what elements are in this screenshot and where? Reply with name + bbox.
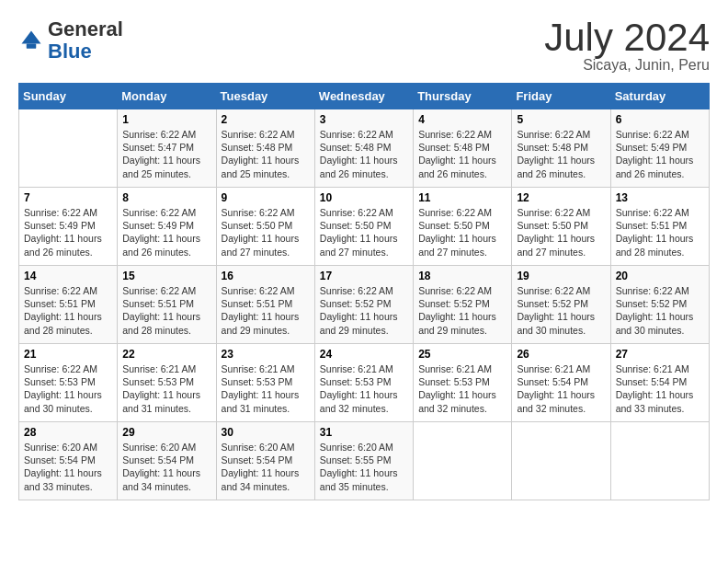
day-info: Sunrise: 6:22 AMSunset: 5:48 PMDaylight:… <box>517 128 605 180</box>
day-number: 30 <box>222 426 310 439</box>
calendar-header-row: SundayMondayTuesdayWednesdayThursdayFrid… <box>19 84 710 109</box>
day-info: Sunrise: 6:21 AMSunset: 5:53 PMDaylight:… <box>418 362 506 415</box>
logo: General Blue <box>18 18 123 63</box>
day-info: Sunrise: 6:22 AMSunset: 5:47 PMDaylight:… <box>122 128 210 180</box>
page-header: General Blue July 2024 Sicaya, Junin, Pe… <box>18 18 710 74</box>
day-info: Sunrise: 6:22 AMSunset: 5:50 PMDaylight:… <box>517 206 605 259</box>
day-info: Sunrise: 6:22 AMSunset: 5:48 PMDaylight:… <box>320 128 408 180</box>
day-info: Sunrise: 6:22 AMSunset: 5:52 PMDaylight:… <box>517 284 605 337</box>
calendar-week-row: 21 Sunrise: 6:22 AMSunset: 5:53 PMDaylig… <box>19 344 710 422</box>
day-info: Sunrise: 6:22 AMSunset: 5:50 PMDaylight:… <box>222 206 310 259</box>
day-number: 24 <box>320 348 408 361</box>
day-number: 23 <box>222 348 310 361</box>
day-number: 8 <box>122 191 210 204</box>
day-info: Sunrise: 6:22 AMSunset: 5:49 PMDaylight:… <box>122 206 210 259</box>
calendar-cell: 19 Sunrise: 6:22 AMSunset: 5:52 PMDaylig… <box>512 266 610 344</box>
day-info: Sunrise: 6:21 AMSunset: 5:53 PMDaylight:… <box>320 362 408 415</box>
svg-marker-0 <box>22 31 41 44</box>
calendar-cell: 11 Sunrise: 6:22 AMSunset: 5:50 PMDaylig… <box>414 188 512 266</box>
calendar-cell: 1 Sunrise: 6:22 AMSunset: 5:47 PMDayligh… <box>118 109 216 188</box>
calendar-cell: 8 Sunrise: 6:22 AMSunset: 5:49 PMDayligh… <box>118 188 216 266</box>
day-number: 14 <box>24 270 112 282</box>
calendar-cell: 26 Sunrise: 6:21 AMSunset: 5:54 PMDaylig… <box>512 344 610 422</box>
day-number: 22 <box>122 348 210 361</box>
day-info: Sunrise: 6:22 AMSunset: 5:49 PMDaylight:… <box>24 206 112 259</box>
calendar-cell <box>512 422 610 500</box>
calendar-cell: 12 Sunrise: 6:22 AMSunset: 5:50 PMDaylig… <box>512 188 610 266</box>
day-number: 31 <box>320 426 408 439</box>
day-number: 1 <box>122 113 210 126</box>
calendar-cell: 7 Sunrise: 6:22 AMSunset: 5:49 PMDayligh… <box>19 188 118 266</box>
calendar-cell: 2 Sunrise: 6:22 AMSunset: 5:48 PMDayligh… <box>216 109 314 188</box>
day-number: 15 <box>122 270 210 282</box>
day-number: 12 <box>517 191 605 204</box>
calendar-cell: 27 Sunrise: 6:21 AMSunset: 5:54 PMDaylig… <box>610 344 709 422</box>
day-number: 5 <box>517 113 605 126</box>
day-info: Sunrise: 6:21 AMSunset: 5:53 PMDaylight:… <box>222 362 310 415</box>
day-info: Sunrise: 6:21 AMSunset: 5:53 PMDaylight:… <box>122 362 210 415</box>
day-number: 25 <box>418 348 506 361</box>
day-info: Sunrise: 6:22 AMSunset: 5:51 PMDaylight:… <box>24 284 112 337</box>
calendar-table: SundayMondayTuesdayWednesdayThursdayFrid… <box>18 83 710 500</box>
calendar-cell: 9 Sunrise: 6:22 AMSunset: 5:50 PMDayligh… <box>216 188 314 266</box>
header-wednesday: Wednesday <box>314 84 413 109</box>
day-info: Sunrise: 6:22 AMSunset: 5:52 PMDaylight:… <box>418 284 506 337</box>
calendar-cell <box>19 109 118 188</box>
day-number: 9 <box>222 191 310 204</box>
day-number: 6 <box>616 113 704 126</box>
logo-blue-text: Blue <box>48 40 92 63</box>
day-info: Sunrise: 6:21 AMSunset: 5:54 PMDaylight:… <box>616 362 704 415</box>
day-info: Sunrise: 6:22 AMSunset: 5:51 PMDaylight:… <box>616 206 704 259</box>
day-number: 21 <box>24 348 112 361</box>
day-number: 7 <box>24 191 112 204</box>
day-info: Sunrise: 6:22 AMSunset: 5:48 PMDaylight:… <box>222 128 310 180</box>
day-number: 10 <box>320 191 408 204</box>
calendar-cell <box>610 422 709 500</box>
calendar-cell: 16 Sunrise: 6:22 AMSunset: 5:51 PMDaylig… <box>216 266 314 344</box>
calendar-week-row: 28 Sunrise: 6:20 AMSunset: 5:54 PMDaylig… <box>19 422 710 500</box>
header-saturday: Saturday <box>610 84 709 109</box>
title-area: July 2024 Sicaya, Junin, Peru <box>544 18 710 74</box>
day-number: 19 <box>517 270 605 282</box>
logo-icon <box>18 28 44 53</box>
calendar-cell: 29 Sunrise: 6:20 AMSunset: 5:54 PMDaylig… <box>118 422 216 500</box>
day-info: Sunrise: 6:22 AMSunset: 5:48 PMDaylight:… <box>418 128 506 180</box>
calendar-cell: 5 Sunrise: 6:22 AMSunset: 5:48 PMDayligh… <box>512 109 610 188</box>
calendar-cell: 21 Sunrise: 6:22 AMSunset: 5:53 PMDaylig… <box>19 344 118 422</box>
day-number: 26 <box>517 348 605 361</box>
day-info: Sunrise: 6:20 AMSunset: 5:55 PMDaylight:… <box>320 441 408 493</box>
calendar-cell: 31 Sunrise: 6:20 AMSunset: 5:55 PMDaylig… <box>314 422 413 500</box>
day-info: Sunrise: 6:22 AMSunset: 5:52 PMDaylight:… <box>616 284 704 337</box>
day-number: 18 <box>418 270 506 282</box>
header-monday: Monday <box>118 84 216 109</box>
calendar-cell: 23 Sunrise: 6:21 AMSunset: 5:53 PMDaylig… <box>216 344 314 422</box>
day-number: 28 <box>24 426 112 439</box>
day-info: Sunrise: 6:20 AMSunset: 5:54 PMDaylight:… <box>222 441 310 493</box>
day-info: Sunrise: 6:22 AMSunset: 5:49 PMDaylight:… <box>616 128 704 180</box>
day-number: 20 <box>616 270 704 282</box>
day-info: Sunrise: 6:20 AMSunset: 5:54 PMDaylight:… <box>122 441 210 493</box>
header-thursday: Thursday <box>414 84 512 109</box>
day-number: 3 <box>320 113 408 126</box>
day-info: Sunrise: 6:22 AMSunset: 5:53 PMDaylight:… <box>24 362 112 415</box>
calendar-cell: 18 Sunrise: 6:22 AMSunset: 5:52 PMDaylig… <box>414 266 512 344</box>
calendar-cell: 13 Sunrise: 6:22 AMSunset: 5:51 PMDaylig… <box>610 188 709 266</box>
header-friday: Friday <box>512 84 610 109</box>
logo-general-text: General <box>48 17 123 40</box>
location-subtitle: Sicaya, Junin, Peru <box>544 57 710 74</box>
day-number: 4 <box>418 113 506 126</box>
calendar-cell: 20 Sunrise: 6:22 AMSunset: 5:52 PMDaylig… <box>610 266 709 344</box>
calendar-cell: 4 Sunrise: 6:22 AMSunset: 5:48 PMDayligh… <box>414 109 512 188</box>
calendar-week-row: 1 Sunrise: 6:22 AMSunset: 5:47 PMDayligh… <box>19 109 710 188</box>
header-tuesday: Tuesday <box>216 84 314 109</box>
calendar-week-row: 7 Sunrise: 6:22 AMSunset: 5:49 PMDayligh… <box>19 188 710 266</box>
day-info: Sunrise: 6:20 AMSunset: 5:54 PMDaylight:… <box>24 441 112 493</box>
calendar-cell: 15 Sunrise: 6:22 AMSunset: 5:51 PMDaylig… <box>118 266 216 344</box>
calendar-cell: 22 Sunrise: 6:21 AMSunset: 5:53 PMDaylig… <box>118 344 216 422</box>
day-number: 13 <box>616 191 704 204</box>
day-info: Sunrise: 6:22 AMSunset: 5:50 PMDaylight:… <box>418 206 506 259</box>
month-year-title: July 2024 <box>544 18 710 57</box>
calendar-cell: 25 Sunrise: 6:21 AMSunset: 5:53 PMDaylig… <box>414 344 512 422</box>
calendar-cell: 6 Sunrise: 6:22 AMSunset: 5:49 PMDayligh… <box>610 109 709 188</box>
day-number: 11 <box>418 191 506 204</box>
